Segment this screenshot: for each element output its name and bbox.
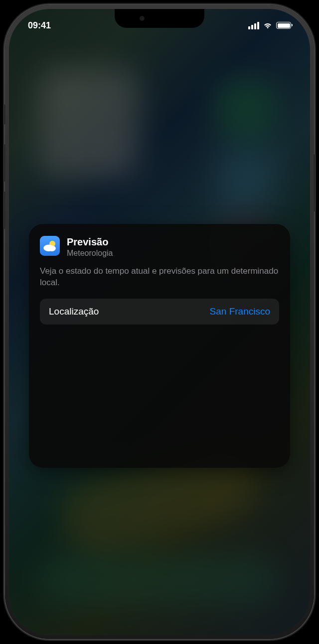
phone-frame: 09:41 <box>5 5 314 639</box>
silence-switch <box>3 105 5 124</box>
widget-description: Veja o estado do tempo atual e previsões… <box>40 266 279 289</box>
cellular-signal-icon <box>248 22 259 29</box>
svg-point-2 <box>48 245 56 251</box>
weather-app-icon <box>40 236 60 256</box>
wifi-icon <box>263 21 273 29</box>
header-text: Previsão Meteorologia <box>67 236 113 258</box>
battery-icon <box>276 22 291 29</box>
volume-down-button <box>3 192 5 229</box>
widget-title: Previsão <box>67 236 113 248</box>
power-button <box>314 154 316 212</box>
volume-up-button <box>3 144 5 182</box>
notch <box>115 9 204 28</box>
widget-app-name: Meteorologia <box>67 248 113 258</box>
location-setting-row[interactable]: Localização San Francisco <box>40 299 279 324</box>
widget-settings-card: Previsão Meteorologia Veja o estado do t… <box>29 224 290 468</box>
status-icons <box>248 21 291 29</box>
status-time: 09:41 <box>28 20 51 31</box>
phone-screen: 09:41 <box>9 9 310 635</box>
card-header: Previsão Meteorologia <box>40 236 279 258</box>
location-setting-label: Localização <box>49 306 99 317</box>
location-setting-value: San Francisco <box>210 306 270 317</box>
